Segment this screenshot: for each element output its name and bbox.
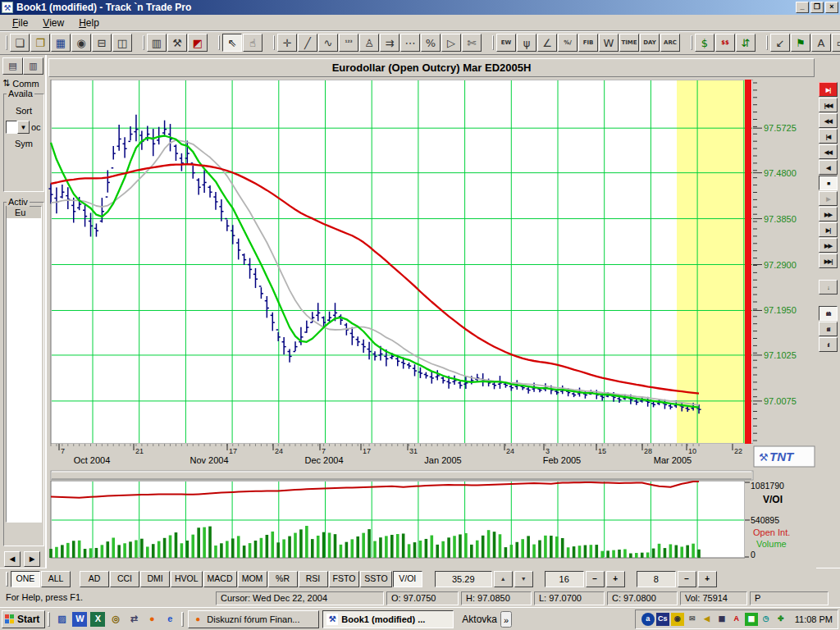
first-bar-button[interactable]: |◀◀ [819, 98, 838, 112]
restore-button[interactable]: ❐ [810, 2, 824, 13]
quick-launch-firefox[interactable]: ● [144, 612, 159, 627]
voi-chart-svg[interactable]: 1081790V/OI540895Open Int.Volume0 [47, 481, 816, 559]
arrow-marker-tool-button[interactable]: ▷ [441, 34, 461, 52]
percent-lines-tool-button[interactable]: % [421, 34, 441, 52]
tray-cs-icon[interactable]: Cs [656, 613, 669, 626]
trendline-tool-button[interactable]: ╱ [298, 34, 317, 52]
chevron-down-icon[interactable]: ▼ [17, 121, 30, 134]
tray-mail-icon[interactable]: ✉ [686, 613, 699, 626]
volume-open-interest-chart[interactable]: 1081790V/OI540895Open Int.Volume0 [47, 481, 816, 560]
buy-sell-marker-button[interactable]: ⇵ [736, 34, 756, 52]
bars-spinner-down-button[interactable]: + [606, 571, 625, 587]
value-spinner-value[interactable]: 35.29 [435, 571, 492, 587]
tray-volume-icon[interactable]: ◀ [701, 613, 714, 626]
indicator-button-ad[interactable]: AD [80, 571, 109, 587]
quick-launch-editor[interactable]: ▨ [54, 612, 69, 627]
quick-launch-word[interactable]: W [72, 612, 87, 627]
arc-tool-button[interactable]: ARC [660, 34, 680, 52]
toolbar-grip[interactable] [691, 35, 692, 50]
parallel-lines-tool-button[interactable]: ⇉ [380, 34, 399, 52]
chart-title[interactable]: Eurodollar (Open Outcry) Mar ED2005H [48, 58, 815, 77]
print-preview-button[interactable]: ◫ [112, 34, 132, 52]
list-item-eurodollar[interactable]: Eu [7, 207, 41, 218]
tray-avg-icon[interactable]: a [641, 613, 655, 626]
toolbar-grip[interactable] [143, 35, 144, 50]
dashed-lines-tool-button[interactable]: ⋯ [400, 34, 420, 52]
pitchfork-tool-button[interactable]: ψ [517, 34, 536, 52]
stop-playback-button[interactable]: ■ [819, 176, 838, 190]
width-spinner-value[interactable]: 8 [637, 571, 676, 587]
indicator-button-fsto[interactable]: FSTO [329, 571, 360, 587]
indicator-button-hvol[interactable]: HVOL [171, 571, 203, 587]
scroll-down-button[interactable]: ↓ [819, 280, 838, 294]
bars-spinner-up-button[interactable]: − [586, 571, 605, 587]
toolbar-grip[interactable] [218, 35, 220, 50]
indicator-button-macd[interactable]: MACD [203, 571, 237, 587]
close-button[interactable]: × [825, 2, 838, 13]
snapshot-button[interactable]: ◉ [71, 34, 91, 52]
start-button[interactable]: Start [2, 610, 45, 628]
toolbar-grip[interactable] [492, 35, 494, 50]
indicator-button-r[interactable]: %R [268, 571, 298, 587]
percent-retrace-tool-button[interactable]: %/ [558, 34, 578, 52]
price-chart-svg[interactable]: 97.572597.480097.385097.290097.195097.10… [47, 80, 816, 481]
crosshair-tool-button[interactable]: ✛ [277, 34, 297, 52]
indicator-button-cci[interactable]: CCI [110, 571, 139, 587]
value-spinner-down-button[interactable]: ▼ [514, 571, 533, 587]
pointer-tool-button[interactable]: ⇖ [222, 34, 242, 52]
indicator-button-mom[interactable]: MOM [238, 571, 267, 587]
wave-tool-button[interactable]: ∿ [318, 34, 338, 52]
sort-dropdown[interactable]: ▼ oc [6, 121, 42, 134]
indicator-bar-grip[interactable] [6, 572, 8, 587]
chevron-button[interactable]: » [500, 611, 512, 628]
tools-button[interactable]: ⚒ [167, 34, 187, 52]
taskbar-grip[interactable] [181, 612, 184, 627]
value-spinner-up-button[interactable]: ▲ [494, 571, 513, 587]
price-chart[interactable]: 97.572597.480097.385097.290097.195097.10… [47, 80, 816, 482]
task-tnt-window[interactable]: ⚒Book1 (modified) ... [322, 610, 454, 628]
page-back-button[interactable]: |◀ [819, 129, 838, 144]
indicator-button-dmi[interactable]: DMI [140, 571, 170, 587]
fast-forward-button[interactable]: ▶▶ [819, 207, 838, 221]
time-zones-tool-button[interactable]: TIME [619, 34, 639, 52]
tray-display-icon[interactable]: ▦ [715, 613, 728, 626]
charts-list-tab[interactable]: ▤ [2, 57, 23, 75]
task-browser-window[interactable]: ●Diskuzní fórum Finan... [188, 610, 319, 628]
view-button-one[interactable]: ONE [11, 571, 40, 587]
page-forward-button[interactable]: ▶| [819, 222, 838, 237]
hand-pan-tool-button[interactable]: ☝ [243, 34, 262, 52]
flag-draw-button[interactable]: ⚑ [791, 34, 810, 52]
rectangle-draw-button[interactable]: ▭ [832, 34, 840, 52]
open-folder-button[interactable]: ❐ [30, 34, 50, 52]
width-spinner-down-button[interactable]: + [698, 571, 717, 587]
step-back-button[interactable]: ◀ [819, 160, 838, 175]
quick-launch-sync[interactable]: ⇄ [126, 612, 141, 627]
menu-view[interactable]: View [35, 16, 71, 30]
rewind-button[interactable]: ◀◀ [819, 144, 838, 159]
tray-clock-app-icon[interactable]: ◷ [760, 613, 773, 626]
save-button[interactable]: ▦ [51, 34, 71, 52]
dollar-calculator-button[interactable]: $ [695, 34, 714, 52]
tray-clover-icon[interactable]: ✤ [774, 613, 788, 626]
data-panels-button[interactable]: ▥ [147, 34, 167, 52]
menu-help[interactable]: Help [71, 16, 107, 30]
risk-reward-button[interactable]: $$ [715, 34, 735, 52]
menu-file[interactable]: File [5, 16, 35, 30]
scroll-right-button[interactable]: ▶ [24, 551, 40, 567]
elliott-wave-tool-button[interactable]: EW [496, 34, 516, 52]
zoom-preset-medium-button[interactable]: ılıl [819, 322, 838, 336]
indicator-button-rsi[interactable]: RSI [299, 571, 328, 587]
split-tool-button[interactable]: ✄ [462, 34, 482, 52]
toolbar-grip[interactable] [766, 35, 768, 50]
skip-forward-button[interactable]: ▶▶ [819, 238, 838, 253]
indicator-button-voi[interactable]: V/OI [393, 571, 422, 587]
symbols-label[interactable]: Sym [6, 139, 42, 148]
last-bar-button[interactable]: ▶▶| [819, 253, 838, 268]
chart-options-button[interactable]: ◩ [188, 34, 208, 52]
aktovka-band-label[interactable]: Aktovka [462, 614, 497, 625]
gann-fan-tool-button[interactable]: W [599, 34, 619, 52]
fibonacci-tool-button[interactable]: FIB [578, 34, 598, 52]
goto-last-button[interactable]: ▶| [819, 82, 838, 97]
gann-tool-button[interactable]: ♙ [359, 34, 379, 52]
day-offset-tool-button[interactable]: DAY [640, 34, 660, 52]
